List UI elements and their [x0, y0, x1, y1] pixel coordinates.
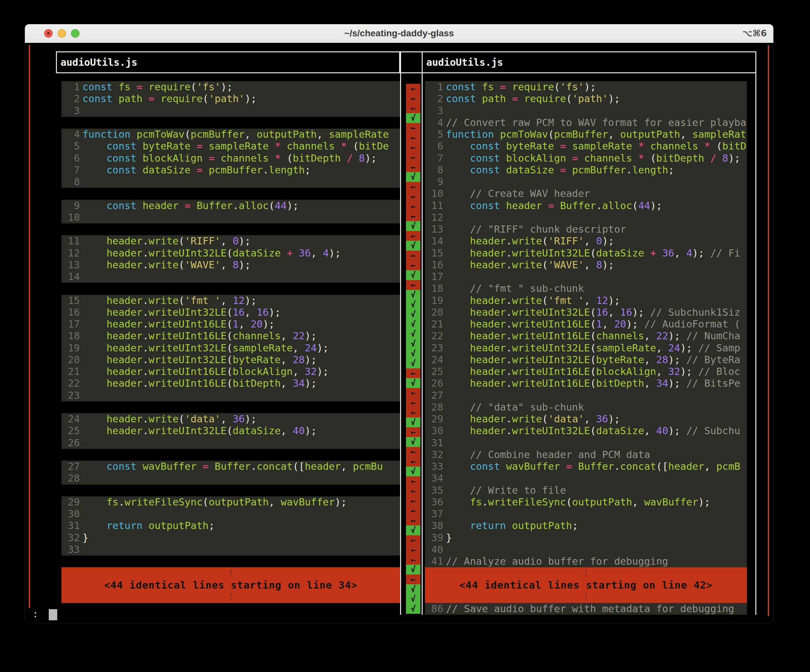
code-line: 10 // Create WAV header	[426, 188, 747, 199]
terminal-window: ~/s/cheating-daddy-glass ⌥⌘6 audioUtils.…	[25, 24, 774, 623]
line-number: 21	[63, 366, 80, 378]
line-number: 7	[426, 152, 443, 164]
line-number: 17	[426, 271, 443, 283]
code-line: 11 const header = Buffer.alloc(44);	[426, 200, 747, 212]
line-number: 9	[63, 200, 80, 212]
code-line: 14 header.write('RIFF', 0);	[426, 235, 747, 247]
code-line: 26	[63, 437, 400, 449]
merge-left-arrow-icon: ←	[406, 574, 420, 584]
code-line: 23 header.writeUInt32LE(sampleRate, 24);…	[426, 342, 747, 354]
line-number: 30	[63, 508, 80, 520]
code-line: 40	[426, 544, 747, 555]
line-number: 28	[63, 473, 80, 484]
merge-left-arrow-icon: ←	[406, 545, 420, 555]
line-number: 16	[426, 259, 443, 271]
code-line: 21 header.writeUInt16LE(1, 20); // Audio…	[426, 318, 747, 330]
merge-left-arrow-icon: ←	[406, 201, 420, 211]
code-line: 36 fs.writeFileSync(outputPath, wavBuffe…	[426, 496, 747, 508]
line-number: 15	[63, 295, 80, 307]
match-check-icon: √	[406, 270, 420, 280]
match-check-icon: √	[406, 594, 420, 604]
code-line: 11 header.write('RIFF', 0);	[63, 235, 400, 247]
merge-left-arrow-icon: ←	[406, 152, 420, 162]
merge-left-arrow-icon: ←	[406, 211, 420, 221]
diff-hunk: 27 const wavBuffer = Buffer.concat([head…	[61, 461, 400, 485]
line-number: 35	[426, 485, 443, 496]
merge-left-arrow-icon: ←	[406, 486, 420, 496]
line-number: 5	[426, 128, 443, 140]
terminal-cursor[interactable]	[49, 609, 57, 620]
line-number: 24	[63, 413, 80, 425]
code-line: 31 return outputPath;	[63, 520, 400, 532]
left-red-border	[29, 45, 30, 608]
line-number: 20	[63, 354, 80, 366]
code-line: 33	[63, 544, 400, 555]
match-check-icon: √	[406, 309, 420, 319]
window-shortcut-badge: ⌥⌘6	[742, 24, 767, 42]
match-check-icon: √	[406, 525, 420, 535]
match-check-icon: √	[406, 113, 420, 123]
code-line: 19 header.write('fmt ', 12);	[426, 295, 747, 307]
code-line: 30 header.writeUInt32LE(dataSize, 40); /…	[426, 425, 747, 437]
code-line: 28 // "data" sub-chunk	[426, 402, 747, 413]
code-line: 22 header.writeUInt16LE(channels, 22); /…	[426, 330, 747, 342]
merge-left-arrow-icon: ←	[406, 535, 420, 545]
merge-left-arrow-icon: ←	[406, 388, 420, 398]
merge-left-arrow-icon: ←	[406, 368, 420, 378]
code-line: 6 const blockAlign = channels * (bitDept…	[63, 152, 400, 164]
code-line: 38 return outputPath;	[426, 520, 747, 532]
line-number: 8	[63, 176, 80, 188]
code-line: 17	[426, 271, 747, 283]
code-line: 25 header.writeUInt32LE(dataSize, 40);	[63, 425, 400, 437]
line-number: 29	[426, 413, 443, 425]
line-number: 19	[426, 295, 443, 307]
code-line: 10	[63, 212, 400, 223]
code-line: 19 header.writeUInt32LE(sampleRate, 24);	[63, 342, 400, 354]
diff-hunk: 9 const header = Buffer.alloc(44);10	[61, 200, 400, 224]
diff-hunk: 29 fs.writeFileSync(outputPath, wavBuffe…	[61, 496, 400, 555]
line-number: 14	[63, 271, 80, 283]
match-check-icon: √	[406, 329, 420, 339]
code-line: 86// Save audio buffer with metadata for…	[426, 603, 747, 615]
titlebar[interactable]: ~/s/cheating-daddy-glass ⌥⌘6	[25, 24, 773, 44]
match-check-icon: √	[406, 172, 420, 182]
separator-right-edge	[755, 51, 756, 615]
merge-left-arrow-icon: ←	[406, 476, 420, 486]
merge-left-arrow-icon: ←	[406, 103, 420, 113]
code-line: 27 const wavBuffer = Buffer.concat([head…	[63, 461, 400, 473]
diff-right-pane[interactable]: 1const fs = require('fs');2const path = …	[425, 43, 747, 623]
diff-left-pane[interactable]: 1const fs = require('fs');2const path = …	[61, 43, 400, 623]
line-number: 3	[63, 105, 80, 117]
line-number: 10	[426, 188, 443, 199]
ellipsis-icon: ⋮	[425, 591, 747, 603]
code-line: 20 header.writeUInt32LE(byteRate, 28);	[63, 354, 400, 366]
line-number: 10	[63, 212, 80, 223]
ellipsis-icon: ⋮	[61, 567, 400, 579]
line-number: 17	[63, 318, 80, 330]
code-line: 1const fs = require('fs');	[63, 81, 400, 93]
code-line: 14	[63, 271, 400, 283]
ellipsis-icon: ⋮	[425, 567, 747, 579]
line-number: 4	[426, 117, 443, 128]
line-number: 31	[63, 520, 80, 532]
match-check-icon: √	[406, 437, 420, 447]
code-line: 3	[426, 105, 747, 117]
merge-left-arrow-icon: ←	[406, 516, 420, 525]
code-line: 32}	[63, 532, 400, 544]
line-number: 86	[426, 603, 443, 615]
diff-hunk: 15 header.write('fmt ', 12);16 header.wr…	[61, 295, 400, 402]
line-number: 34	[426, 473, 443, 484]
identical-lines-banner: ⋮<44 identical lines starting on line 34…	[61, 567, 400, 603]
diff-hunk: 24 header.write('data', 36);25 header.wr…	[61, 413, 400, 449]
line-number: 31	[426, 437, 443, 449]
code-line: 24 header.writeUInt32LE(byteRate, 28); /…	[426, 354, 747, 366]
code-line: 16 header.write('WAVE', 8);	[426, 259, 747, 271]
line-number: 38	[426, 520, 443, 532]
code-line: 7 const blockAlign = channels * (bitDept…	[426, 152, 747, 164]
line-number: 13	[426, 223, 443, 235]
window-title: ~/s/cheating-daddy-glass	[25, 24, 773, 42]
merge-left-arrow-icon: ←	[406, 457, 420, 466]
merge-left-arrow-icon: ←	[406, 506, 420, 516]
line-number: 30	[426, 425, 443, 437]
code-line: 13 header.write('WAVE', 8);	[63, 259, 400, 271]
